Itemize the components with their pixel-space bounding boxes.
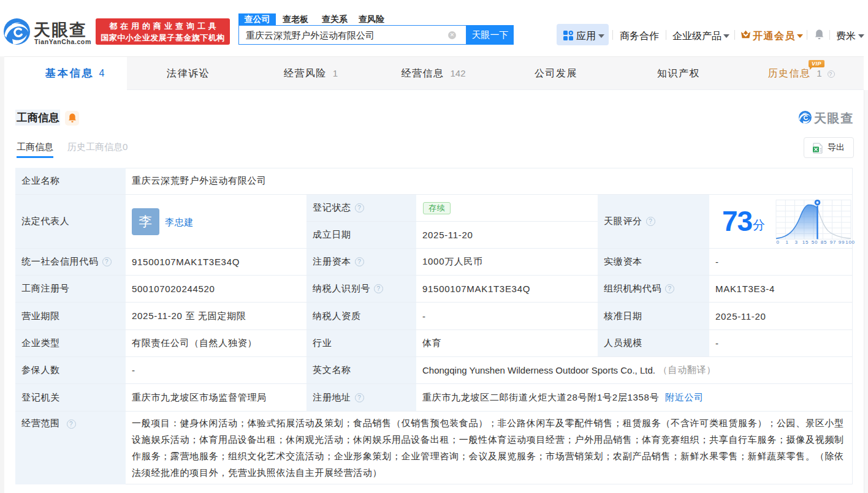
svg-text:50: 50 bbox=[812, 239, 818, 245]
svg-text:85: 85 bbox=[821, 239, 827, 245]
svg-text:100: 100 bbox=[845, 239, 855, 245]
svg-text:97: 97 bbox=[830, 239, 836, 245]
svg-text:3: 3 bbox=[794, 239, 798, 245]
svg-text:0: 0 bbox=[776, 239, 779, 245]
svg-text:1: 1 bbox=[785, 239, 788, 245]
svg-text:15: 15 bbox=[802, 239, 809, 245]
svg-text:99: 99 bbox=[839, 239, 845, 245]
